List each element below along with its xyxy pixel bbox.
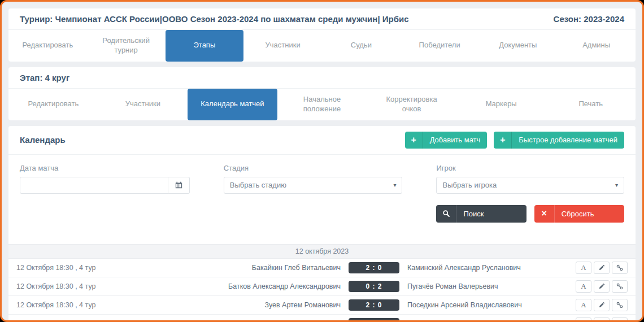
add-match-button[interactable]: + Добавить матч bbox=[405, 132, 488, 149]
tab-winners[interactable]: Победители bbox=[401, 30, 479, 62]
calendar-card: Календарь + Добавить матч + Быстрое доба… bbox=[8, 126, 636, 322]
app-frame: Турнир: Чемпионат АССК России|ООВО Сезон… bbox=[0, 0, 644, 322]
edit-button[interactable] bbox=[594, 317, 610, 322]
add-match-label: Добавить матч bbox=[423, 136, 488, 144]
stage-tab-score-correction[interactable]: Корректировка очков bbox=[367, 89, 456, 120]
player2-name: Пугачёв Роман Валерьевич bbox=[407, 282, 573, 290]
tournament-header: Турнир: Чемпионат АССК России|ООВО Сезон… bbox=[8, 8, 636, 30]
close-icon: × bbox=[534, 205, 555, 223]
filter-actions: Поиск × Сбросить bbox=[436, 205, 624, 223]
quick-add-matches-button[interactable]: + Быстрое добавление матчей bbox=[494, 132, 624, 149]
plus-icon: + bbox=[494, 132, 512, 149]
link-button[interactable] bbox=[612, 317, 628, 322]
score-badge: 2 : 0 bbox=[349, 299, 399, 311]
reset-button-label: Сбросить bbox=[555, 210, 601, 218]
link-button[interactable] bbox=[612, 262, 628, 274]
search-icon bbox=[436, 205, 456, 223]
search-button-label: Поиск bbox=[456, 210, 490, 218]
player-select[interactable]: Выбрать игрока ▾ bbox=[436, 177, 624, 194]
match-row: 12 Октября 18:30 , 4 тур Батков Александ… bbox=[8, 277, 636, 296]
score-badge: 0 : 2 bbox=[349, 318, 399, 322]
row-actions: A bbox=[573, 262, 628, 274]
page-title: Турнир: Чемпионат АССК России|ООВО Сезон… bbox=[20, 14, 409, 24]
letter-a-button[interactable]: A bbox=[576, 299, 591, 311]
link-icon bbox=[616, 320, 623, 322]
match-row: 12 Октября 18:30 , 4 тур Бакайкин Глеб В… bbox=[8, 259, 636, 277]
filter-stage: Стадия Выбрать стадию ▾ bbox=[224, 164, 403, 194]
score-badge: 2 : 0 bbox=[349, 262, 399, 273]
search-button[interactable]: Поиск bbox=[436, 205, 526, 223]
row-actions: A bbox=[573, 317, 628, 322]
pencil-icon bbox=[599, 264, 605, 271]
stage-card: Этап: 4 круг Редактировать Участники Кал… bbox=[8, 67, 636, 120]
reset-button[interactable]: × Сбросить bbox=[534, 205, 624, 223]
stage-filter-label: Стадия bbox=[224, 164, 403, 172]
stage-tabs: Редактировать Участники Календарь матчей… bbox=[8, 89, 636, 120]
stage-select-value: Выбрать стадию bbox=[230, 181, 286, 189]
date-filter-label: Дата матча bbox=[20, 164, 190, 172]
player2-name: Каминский Александр Русланович bbox=[407, 264, 573, 272]
letter-a-button[interactable]: A bbox=[576, 317, 591, 322]
player2-name: Кожуховский Антон Валентинович bbox=[407, 320, 573, 322]
edit-button[interactable] bbox=[594, 280, 610, 293]
link-icon bbox=[616, 264, 623, 271]
calendar-icon bbox=[175, 181, 182, 189]
plus-icon: + bbox=[405, 132, 423, 149]
match-datetime: 12 Октября 18:30 , 4 тур bbox=[16, 282, 175, 290]
tab-documents[interactable]: Документы bbox=[479, 30, 558, 62]
link-icon bbox=[616, 302, 623, 308]
tab-admins[interactable]: Админы bbox=[557, 30, 636, 62]
tab-edit[interactable]: Редактировать bbox=[8, 30, 87, 62]
player1-name: Бакайкин Глеб Витальевич bbox=[175, 264, 341, 272]
stage-tab-participants[interactable]: Участники bbox=[98, 89, 188, 120]
tab-parent-tournament[interactable]: Родительский турнир bbox=[87, 30, 166, 62]
match-datetime: 12 Октября 18:30 , 4 тур bbox=[16, 320, 175, 322]
player1-name: Копытов Лев Юрьевич bbox=[175, 320, 341, 322]
letter-a-button[interactable]: A bbox=[576, 280, 591, 293]
stage-tab-initial-position[interactable]: Начальное положение bbox=[277, 89, 367, 120]
stage-select[interactable]: Выбрать стадию ▾ bbox=[224, 177, 403, 194]
tab-stages[interactable]: Этапы bbox=[166, 30, 244, 62]
pencil-icon bbox=[599, 302, 605, 308]
link-button[interactable] bbox=[612, 280, 628, 293]
stage-tab-markers[interactable]: Маркеры bbox=[456, 89, 546, 120]
edit-button[interactable] bbox=[594, 262, 610, 274]
stage-tab-print[interactable]: Печать bbox=[546, 89, 636, 120]
match-row: 12 Октября 18:30 , 4 тур Копытов Лев Юрь… bbox=[8, 315, 636, 322]
match-date-input[interactable] bbox=[20, 177, 168, 194]
calendar-addon-button[interactable] bbox=[168, 177, 190, 194]
match-filters: Дата матча Стадия Выбрать стадию ▾ bbox=[8, 155, 636, 234]
stage-tab-match-calendar[interactable]: Календарь матчей bbox=[188, 89, 277, 120]
season-label: Сезон: 2023-2024 bbox=[554, 14, 624, 24]
chevron-down-icon: ▾ bbox=[393, 182, 396, 188]
tournament-card: Турнир: Чемпионат АССК России|ООВО Сезон… bbox=[8, 8, 636, 62]
score-badge: 0 : 2 bbox=[349, 281, 399, 292]
player-filter-label: Игрок bbox=[436, 164, 624, 172]
quick-add-matches-label: Быстрое добавление матчей bbox=[512, 136, 624, 144]
stage-title: Этап: 4 круг bbox=[20, 73, 624, 82]
row-actions: A bbox=[573, 299, 628, 311]
stage-header: Этап: 4 круг bbox=[8, 67, 636, 89]
player-select-value: Выбрать игрока bbox=[442, 181, 497, 189]
date-group-header: 12 октября 2023 bbox=[8, 244, 636, 259]
tournament-tabs: Редактировать Родительский турнир Этапы … bbox=[8, 30, 636, 62]
calendar-header-buttons: + Добавить матч + Быстрое добавление мат… bbox=[405, 132, 624, 149]
stage-tab-edit[interactable]: Редактировать bbox=[8, 89, 98, 120]
pencil-icon bbox=[599, 283, 605, 289]
chevron-down-icon: ▾ bbox=[615, 182, 618, 188]
filter-date: Дата матча bbox=[20, 164, 190, 194]
link-icon bbox=[616, 283, 623, 290]
player2-name: Поседкин Арсений Владиславович bbox=[407, 301, 573, 309]
player1-name: Батков Александр Александрович bbox=[175, 282, 341, 290]
filter-player: Игрок Выбрать игрока ▾ bbox=[436, 164, 624, 194]
tab-participants[interactable]: Участники bbox=[243, 30, 322, 62]
match-datetime: 12 Октября 18:30 , 4 тур bbox=[16, 264, 175, 272]
edit-button[interactable] bbox=[594, 299, 610, 311]
letter-a-button[interactable]: A bbox=[576, 262, 591, 274]
match-datetime: 12 Октября 18:30 , 4 тур bbox=[16, 301, 175, 309]
row-actions: A bbox=[573, 280, 628, 293]
player1-name: Зуев Артем Романович bbox=[175, 301, 341, 309]
match-row: 12 Октября 18:30 , 4 тур Зуев Артем Рома… bbox=[8, 296, 636, 315]
tab-judges[interactable]: Судьи bbox=[322, 30, 401, 62]
link-button[interactable] bbox=[612, 299, 628, 311]
